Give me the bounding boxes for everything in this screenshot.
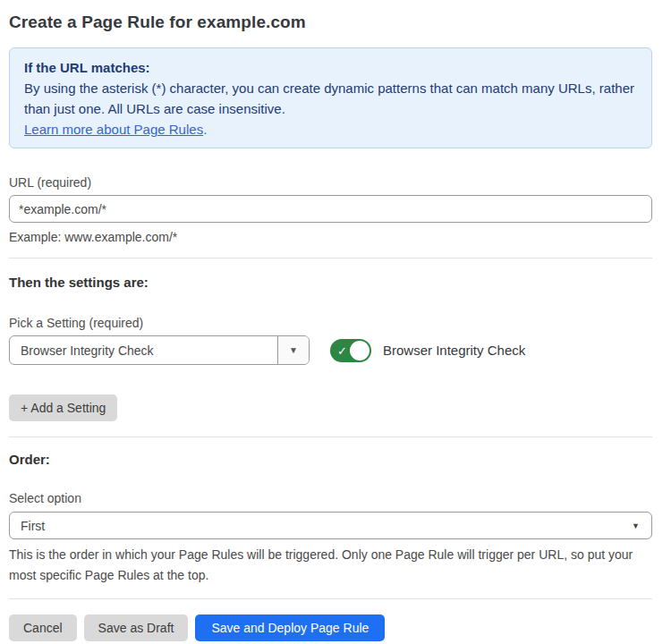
toggle-knob <box>350 341 369 360</box>
cancel-button[interactable]: Cancel <box>9 614 77 641</box>
info-box-body: By using the asterisk (*) character, you… <box>24 78 637 119</box>
setting-dropdown-value: Browser Integrity Check <box>10 336 277 364</box>
toggle-label: Browser Integrity Check <box>383 343 525 358</box>
browser-integrity-check-toggle[interactable]: ✓ <box>330 339 371 362</box>
setting-dropdown-arrow-button[interactable]: ▼ <box>277 336 309 364</box>
add-setting-button[interactable]: + Add a Setting <box>9 394 117 421</box>
setting-dropdown[interactable]: Browser Integrity Check ▼ <box>9 335 310 365</box>
check-icon: ✓ <box>337 344 347 356</box>
footer-actions: Cancel Save as Draft Save and Deploy Pag… <box>9 614 652 641</box>
chevron-down-icon: ▼ <box>289 345 298 355</box>
setting-row: Browser Integrity Check ▼ ✓ Browser Inte… <box>9 335 652 365</box>
page-title: Create a Page Rule for example.com <box>9 13 652 32</box>
url-input[interactable] <box>9 195 652 223</box>
url-match-info-box: If the URL matches: By using the asteris… <box>9 47 652 148</box>
save-as-draft-button[interactable]: Save as Draft <box>84 614 189 641</box>
url-label: URL (required) <box>9 175 652 190</box>
pick-setting-label: Pick a Setting (required) <box>9 316 652 330</box>
order-select-label: Select option <box>9 491 652 505</box>
divider <box>9 436 652 437</box>
save-and-deploy-button[interactable]: Save and Deploy Page Rule <box>195 614 385 641</box>
info-box-heading: If the URL matches: <box>24 57 637 78</box>
order-help-text: This is the order in which your Page Rul… <box>9 545 652 585</box>
order-dropdown-value: First <box>10 519 632 533</box>
order-dropdown[interactable]: First ▼ <box>9 512 652 539</box>
chevron-down-icon: ▼ <box>632 521 640 530</box>
divider <box>9 258 652 258</box>
info-box-link-line: Learn more about Page Rules. <box>24 119 637 140</box>
learn-more-link[interactable]: Learn more about Page Rules <box>24 122 203 137</box>
order-section-heading: Order: <box>9 452 652 467</box>
divider <box>9 598 652 599</box>
settings-section-heading: Then the settings are: <box>9 275 652 290</box>
link-suffix: . <box>203 122 207 137</box>
url-example-text: Example: www.example.com/* <box>9 230 652 244</box>
